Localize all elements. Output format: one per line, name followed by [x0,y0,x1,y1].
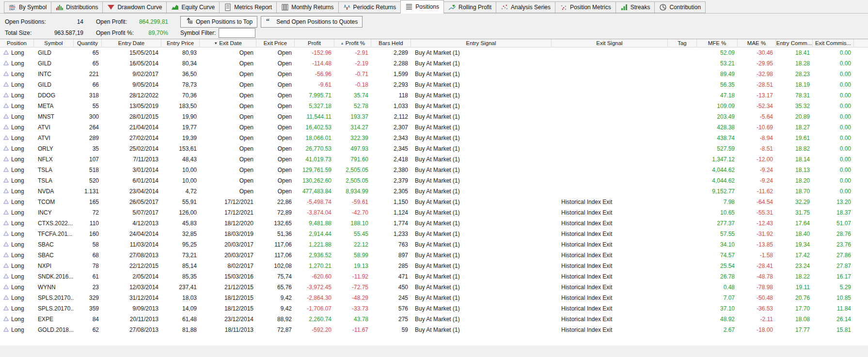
cell-exit_comm: 0.00 [813,60,854,67]
column-header-position[interactable]: Position [0,39,34,47]
long-triangle-icon [3,284,9,291]
tab-by-symbol[interactable]: ABCDEFBy Symbol [4,1,51,13]
cell-exit_comm: 0.00 [813,103,854,109]
cell-entry_price: 19,39 [161,135,200,141]
cell-symbol: NXPI [34,263,74,269]
table-row[interactable]: LongSBAC6827/08/201373,2120/03/2017117,0… [0,250,868,261]
table-row[interactable]: LongSBAC5811/03/201495,2520/03/2017117,0… [0,239,868,250]
cell-exit_date: Open [200,167,256,173]
cell-exit_comm: 28.76 [813,231,854,237]
symbol-filter-input[interactable] [219,28,255,38]
column-header-bars_held[interactable]: Bars Held [371,39,411,47]
cell-profit_pct: 2,505.05 [334,177,371,184]
table-row[interactable]: LongTCOM16526/05/201755,9117/12/202122,8… [0,197,868,207]
column-header-mae_pct[interactable]: MAE % [738,39,776,47]
cell-bars_held: 1,124 [371,209,411,216]
cell-bars_held: 2,112 [371,113,411,120]
cell-mfe_pct: 203.49 [697,113,738,120]
column-header-tag[interactable]: Tag [668,39,697,47]
tab-distributions[interactable]: Distributions [51,1,103,13]
table-row[interactable]: LongGILD6515/05/201480,93OpenOpen-152.96… [0,47,868,58]
cell-entry_price: 19,77 [161,124,200,131]
cell-entry_date: 3/01/2014 [102,167,161,173]
cell-quantity: 518 [74,167,102,173]
tab-periodic-returns[interactable]: Periodic Returns [338,1,401,13]
tab-positions[interactable]: Positions [400,0,444,14]
cell-quantity: 68 [74,252,102,259]
table-row[interactable]: LongGILD669/05/201478,73OpenOpen-9.61-0.… [0,79,868,90]
column-header-exit_comm[interactable]: Exit Commis... [813,39,854,47]
cell-bars_held: 1,233 [371,231,411,237]
column-header-entry_date[interactable]: Entry Date [102,39,161,47]
cell-entry_comm: 23.24 [776,263,813,269]
table-row[interactable]: LongSPLS.20170...32931/12/201418,0318/12… [0,293,868,303]
column-header-entry_signal[interactable]: Entry Signal [411,39,552,47]
table-row[interactable]: LongTSLA5183/01/201410,00OpenOpen129,761… [0,165,868,175]
table-row[interactable]: LongNFLX1077/11/201348,43OpenOpen41,019.… [0,154,868,165]
cell-profit: 9,481.88 [295,220,334,227]
table-row[interactable]: LongTFCFA.201...16024/04/201432,8518/03/… [0,229,868,239]
position-direction: Long [11,220,24,227]
column-header-exit_price[interactable]: Exit Price [256,39,295,47]
button-label: Open Positions to Top [196,18,253,25]
cell-exit_date: Open [200,49,256,56]
cell-exit_comm: 0.00 [813,81,854,88]
table-row[interactable]: LongGILD6516/05/201480,34OpenOpen-114.48… [0,58,868,69]
tab-streaks[interactable]: Streaks [615,1,655,13]
table-row[interactable]: LongORLY3525/02/2014153,61OpenOpen26,770… [0,143,868,154]
cell-entry_comm: 18.08 [776,316,813,323]
cell-profit_pct: 322.39 [334,135,371,141]
column-header-exit_date[interactable]: ▼Exit Date [200,39,256,47]
long-triangle-icon [3,145,9,152]
column-header-entry_price[interactable]: Entry Price [161,39,200,47]
cell-bars_held: 285 [371,263,411,269]
tab-rolling-profit[interactable]: Rolling Profit [443,1,496,13]
cell-mae_pct: -12.43 [738,220,776,227]
cell-exit_signal: Historical Index Exit [552,209,668,216]
cell-exit_comm: 0.00 [813,113,854,120]
table-row[interactable]: LongGOLD.2018...6227/08/201381,8818/11/2… [0,325,868,335]
tab-contribution[interactable]: Contribution [654,1,706,13]
table-row[interactable]: LongNVDA1.13123/04/20144,72OpenOpen477,4… [0,186,868,197]
open-positions-to-top-button[interactable]: Open Positions to Top [180,16,257,28]
tab-position-metrics[interactable]: Position Metrics [555,1,616,13]
cell-entry_date: 20/11/2013 [102,316,161,323]
send-open-positions-to-quotes-button[interactable]: “Send Open Positions to Quotes [261,16,363,28]
position-direction: Long [11,188,24,195]
tab-drawdown-curve[interactable]: Drawdown Curve [102,1,167,13]
tab-analysis-series[interactable]: Analysis Series [496,1,555,13]
table-row[interactable]: LongINCY725/07/2017126,0017/12/202172,89… [0,207,868,218]
cell-entry_price: 45,83 [161,220,200,227]
table-row[interactable]: LongTSLA5206/01/201410,00OpenOpen130,262… [0,175,868,186]
cell-exit_comm: 10.85 [813,295,854,301]
table-row[interactable]: LongCTXS.2022...1104/12/201345,8318/12/2… [0,218,868,229]
table-row[interactable]: LongMETA5513/05/2019183,50OpenOpen5,327.… [0,101,868,111]
table-row[interactable]: LongATVI26421/04/201419,77OpenOpen16,402… [0,122,868,133]
column-header-mfe_pct[interactable]: MFE % [697,39,738,47]
cell-position: Long [0,60,34,67]
table-row[interactable]: LongSNDK.2016...612/05/201485,3515/03/20… [0,271,868,282]
table-row[interactable]: LongNXPI7822/12/201585,148/02/2017102,08… [0,261,868,271]
column-header-profit[interactable]: Profit [295,39,334,47]
position-direction: Long [11,263,24,269]
cell-entry_signal: Buy At Market (1) [411,71,552,78]
cell-position: Long [0,103,34,109]
table-row[interactable]: LongDDOG31828/12/202270,36OpenOpen7,995.… [0,90,868,101]
column-header-quantity[interactable]: Quantity [74,39,102,47]
tab-equity-curve[interactable]: Equity Curve [166,1,220,13]
column-header-profit_pct[interactable]: ▲Profit % [334,39,371,47]
table-row[interactable]: LongSPLS.20170...3599/09/201314,0918/12/… [0,303,868,314]
table-row[interactable]: LongEXPE8420/11/201361,4823/12/201488,92… [0,314,868,325]
column-header-exit_signal[interactable]: Exit Signal [552,39,668,47]
tab-metrics-report[interactable]: Metrics Report [219,1,277,13]
column-header-entry_comm[interactable]: Entry Comm... [776,39,813,47]
column-header-symbol[interactable]: Symbol [34,39,74,47]
tab-monthly-returns[interactable]: Monthly Returns [276,1,338,13]
table-row[interactable]: LongATVI28927/02/201419,39OpenOpen18,066… [0,133,868,143]
table-row[interactable]: LongINTC2219/02/201736,50OpenOpen-56.96-… [0,69,868,79]
cell-profit_pct: -48.29 [334,295,371,301]
cell-entry_signal: Buy At Market (1) [411,113,552,120]
table-row[interactable]: LongWYNN2312/03/2014237,4121/12/201565,7… [0,282,868,293]
table-row[interactable]: LongMNST30028/01/201519,90OpenOpen11,544… [0,111,868,122]
cell-profit: -9.61 [295,81,334,88]
